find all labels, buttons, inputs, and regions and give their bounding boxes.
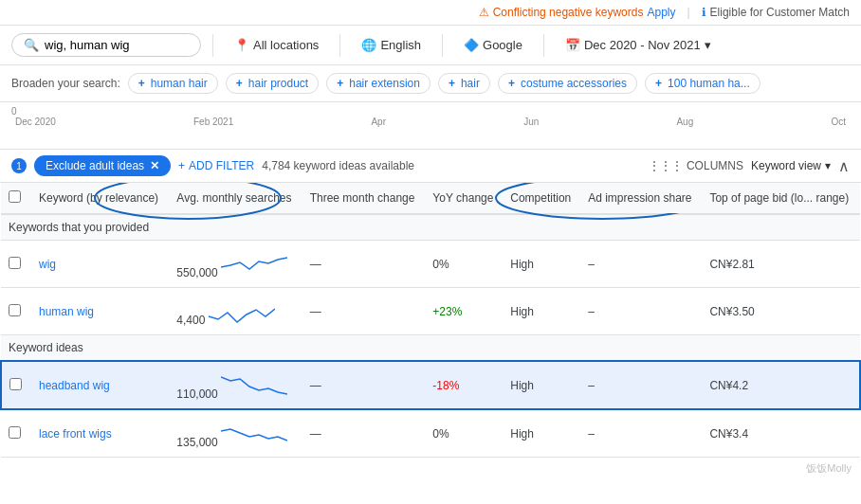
- suggest-100-human-hair[interactable]: + 100 human ha...: [645, 73, 760, 94]
- info-icon: ℹ: [702, 6, 706, 19]
- apply-link[interactable]: Apply: [647, 6, 675, 19]
- header-top-bid[interactable]: Top of page bid (lo... range): [702, 183, 860, 214]
- x-label-dec2020: Dec 2020: [15, 117, 56, 127]
- lace-front-top-bid: CN¥3.4: [709, 427, 748, 441]
- date-label: Dec 2020 - Nov 2021: [584, 38, 701, 52]
- wig-three-month-cell: —: [302, 241, 426, 288]
- plus-icon: +: [337, 77, 343, 90]
- vertical-divider-2: [339, 34, 340, 57]
- row-checkbox-headband-wig[interactable]: [1, 361, 31, 409]
- suggest-costume-accessories[interactable]: + costume accessories: [498, 73, 637, 94]
- suggest-hair[interactable]: + hair: [438, 73, 490, 94]
- header-yoy[interactable]: YoY change: [425, 183, 503, 214]
- exclude-close-icon[interactable]: ✕: [150, 159, 159, 172]
- lace-front-avg-searches-cell: 135,000: [169, 409, 302, 458]
- chevron-down-icon: ▾: [705, 38, 711, 52]
- keyword-view-button[interactable]: Keyword view ▾: [751, 159, 831, 172]
- warning-text: Conflicting negative keywords: [493, 6, 644, 19]
- headband-wig-trend-chart: [221, 369, 287, 398]
- headband-wig-ad-share-cell: –: [580, 361, 702, 409]
- notification-count: 1: [16, 161, 22, 171]
- search-bar: 🔍 📍 All locations 🌐 English 🔷 Google 📅 D…: [0, 26, 861, 65]
- x-label-apr: Apr: [371, 117, 386, 127]
- location-icon: 📍: [234, 38, 249, 52]
- broaden-row: Broaden your search: + human hair + hair…: [0, 65, 861, 102]
- suggest-hair-extension[interactable]: + hair extension: [326, 73, 430, 94]
- wig-yoy: 0%: [432, 258, 449, 271]
- headband-wig-keyword-cell: headband wig: [31, 361, 169, 409]
- headband-wig-keyword-name[interactable]: headband wig: [39, 379, 110, 392]
- watermark: 饭饭Molly: [806, 461, 852, 476]
- lace-front-trend-chart: [221, 418, 287, 446]
- header-three-month-label: Three month change: [310, 191, 415, 205]
- human-wig-top-bid-cell: CN¥3.50: [702, 288, 860, 335]
- plus-icon: +: [178, 159, 185, 172]
- wig-three-month: —: [310, 258, 321, 271]
- headband-wig-yoy: -18%: [432, 379, 459, 392]
- chip-label: 100 human ha...: [668, 77, 750, 90]
- header-competition[interactable]: Competition: [503, 183, 580, 214]
- wig-top-bid-cell: CN¥2.81: [702, 241, 860, 288]
- x-label-oct: Oct: [831, 117, 846, 127]
- row-checkbox-human-wig[interactable]: [1, 288, 31, 335]
- wig-checkbox[interactable]: [9, 257, 21, 269]
- lace-front-three-month-cell: —: [302, 409, 426, 458]
- chip-label: hair extension: [349, 77, 420, 90]
- suggest-human-hair[interactable]: + human hair: [128, 73, 218, 94]
- human-wig-keyword-name[interactable]: human wig: [39, 305, 94, 318]
- search-input-wrap[interactable]: 🔍: [11, 33, 201, 57]
- add-filter-label: ADD FILTER: [189, 159, 254, 172]
- select-all-checkbox[interactable]: [9, 190, 21, 203]
- lace-front-ad-share: –: [588, 427, 595, 441]
- headband-wig-yoy-cell: -18%: [425, 361, 503, 409]
- columns-button[interactable]: ⋮⋮⋮ COLUMNS: [649, 159, 743, 172]
- plus-icon: +: [655, 77, 662, 90]
- human-wig-yoy: +23%: [432, 305, 462, 318]
- search-input[interactable]: [45, 38, 177, 52]
- wig-competition: High: [510, 258, 534, 271]
- calendar-icon: 📅: [565, 38, 580, 52]
- lace-front-yoy: 0%: [432, 427, 449, 441]
- suggest-hair-product[interactable]: + hair product: [226, 73, 319, 94]
- x-label-aug: Aug: [676, 117, 693, 127]
- date-filter[interactable]: 📅 Dec 2020 - Nov 2021 ▾: [556, 34, 721, 56]
- broaden-label: Broaden your search:: [11, 77, 120, 90]
- headband-wig-avg-searches-cell: 110,000: [169, 361, 302, 409]
- lace-front-keyword-cell: lace front wigs: [31, 409, 169, 458]
- human-wig-checkbox[interactable]: [9, 304, 21, 316]
- lace-front-three-month: —: [310, 427, 321, 441]
- table-header-row: Keyword (by relevance) Avg. monthly sear…: [1, 183, 860, 214]
- language-filter[interactable]: 🌐 English: [352, 34, 430, 56]
- wig-ad-share-cell: –: [580, 241, 702, 288]
- header-keyword[interactable]: Keyword (by relevance): [31, 183, 169, 214]
- add-filter-button[interactable]: + ADD FILTER: [178, 159, 254, 172]
- header-yoy-label: YoY change: [432, 191, 493, 205]
- header-ad-impression[interactable]: Ad impression share: [580, 183, 702, 214]
- header-keyword-label: Keyword (by relevance): [39, 191, 158, 205]
- location-filter[interactable]: 📍 All locations: [225, 34, 328, 56]
- headband-wig-competition-cell: High: [503, 361, 580, 409]
- headband-wig-competition: High: [510, 379, 534, 392]
- vertical-divider-4: [543, 34, 544, 57]
- chip-label: human hair: [151, 77, 208, 90]
- headband-wig-checkbox[interactable]: [9, 378, 22, 390]
- exclude-adult-badge[interactable]: Exclude adult ideas ✕: [34, 155, 171, 176]
- header-avg-searches[interactable]: Avg. monthly searches: [169, 183, 302, 214]
- header-three-month[interactable]: Three month change: [302, 183, 426, 214]
- header-checkbox-cell[interactable]: [1, 183, 31, 214]
- plus-icon: +: [138, 77, 145, 90]
- collapse-button[interactable]: ∧: [838, 157, 850, 175]
- lace-front-keyword-name[interactable]: lace front wigs: [39, 427, 112, 441]
- x-label-jun: Jun: [523, 117, 539, 127]
- wig-avg-searches: 550,000: [176, 266, 217, 279]
- lace-front-checkbox[interactable]: [9, 426, 21, 439]
- row-checkbox-wig[interactable]: [1, 241, 31, 288]
- wig-trend-chart: [221, 248, 287, 277]
- vertical-divider-1: [212, 34, 213, 57]
- wig-keyword-name[interactable]: wig: [39, 258, 56, 271]
- toolbar: 1 Exclude adult ideas ✕ + ADD FILTER 4,7…: [0, 150, 861, 183]
- row-checkbox-lace-front[interactable]: [1, 409, 31, 458]
- trend-chart: 0 Dec 2020 Feb 2021 Apr Jun Aug Oct: [0, 102, 861, 150]
- network-filter[interactable]: 🔷 Google: [454, 34, 532, 56]
- human-wig-avg-searches-cell: 4,400: [169, 288, 302, 335]
